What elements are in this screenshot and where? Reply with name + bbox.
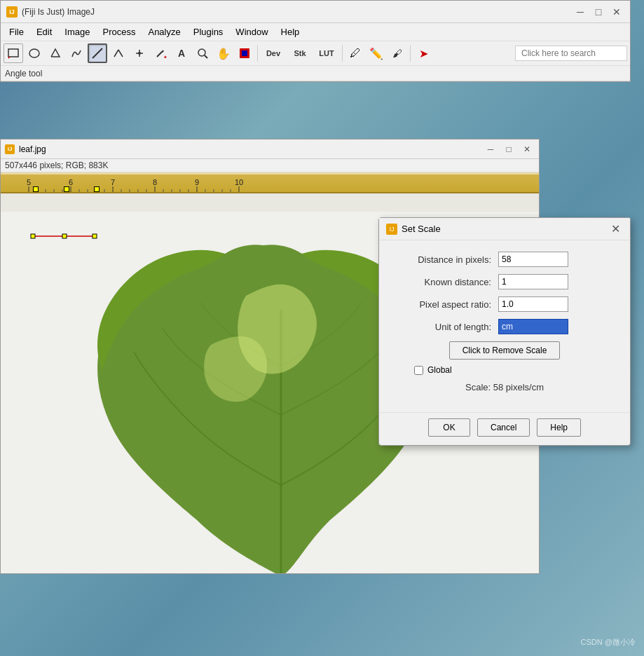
menu-window[interactable]: Window xyxy=(230,25,273,39)
svg-text:5: 5 xyxy=(27,178,31,186)
svg-text:9: 9 xyxy=(195,178,199,186)
menu-help[interactable]: Help xyxy=(275,25,306,39)
menu-file[interactable]: File xyxy=(4,25,29,39)
help-button[interactable]: Help xyxy=(537,418,581,437)
freehand-tool-btn[interactable] xyxy=(67,43,86,63)
search-input[interactable] xyxy=(515,46,627,61)
rectangle-tool-btn[interactable] xyxy=(4,43,23,63)
stk-btn[interactable]: Stk xyxy=(287,43,313,63)
dialog-titlebar: IJ Set Scale ✕ xyxy=(379,218,630,240)
svg-point-8 xyxy=(138,52,141,55)
tool-status-text: Angle tool xyxy=(5,69,42,78)
remove-scale-button[interactable]: Click to Remove Scale xyxy=(449,341,561,360)
svg-marker-10 xyxy=(163,50,164,53)
ruler-top: 5 6 7 xyxy=(1,172,539,193)
unit-of-length-input[interactable] xyxy=(498,319,568,334)
minimize-button[interactable]: ─ xyxy=(573,4,588,20)
point-tool-btn[interactable] xyxy=(130,43,149,63)
wand-tool-btn[interactable]: ✦ xyxy=(151,43,170,63)
menu-process[interactable]: Process xyxy=(97,25,142,39)
distance-pixels-label: Distance in pixels: xyxy=(393,254,498,265)
toolbar-separator-2 xyxy=(342,45,343,62)
image-info-text: 507x446 pixels; RGB; 883K xyxy=(5,160,108,170)
close-button[interactable]: ✕ xyxy=(609,4,624,20)
global-checkbox[interactable] xyxy=(414,366,423,375)
ruler-handle-left[interactable] xyxy=(33,186,39,192)
toolbar-separator-3 xyxy=(410,45,411,62)
svg-point-2 xyxy=(29,49,39,57)
global-checkbox-label: Global xyxy=(427,365,452,375)
svg-text:6: 6 xyxy=(69,178,73,186)
menu-image[interactable]: Image xyxy=(59,25,95,39)
svg-point-12 xyxy=(198,49,205,56)
svg-rect-15 xyxy=(242,50,247,56)
image-window-title: leaf.jpg xyxy=(19,144,46,154)
svg-text:10: 10 xyxy=(235,178,243,186)
hand-tool-btn[interactable]: ✋ xyxy=(214,43,233,63)
svg-rect-50 xyxy=(31,234,35,238)
menu-edit[interactable]: Edit xyxy=(31,25,57,39)
arrow-tool-btn[interactable]: ➤ xyxy=(413,43,433,63)
app-icon: IJ xyxy=(6,6,18,18)
distance-pixels-input[interactable] xyxy=(498,252,568,267)
dev-btn[interactable]: Dev xyxy=(261,43,286,63)
imagej-main-window: IJ (Fiji Is Just) ImageJ ─ □ ✕ File Edit… xyxy=(0,0,631,82)
pixel-aspect-ratio-row: Pixel aspect ratio: xyxy=(393,296,616,312)
svg-rect-52 xyxy=(93,234,97,238)
angle-tool-btn[interactable] xyxy=(109,43,128,63)
image-minimize-btn[interactable]: ─ xyxy=(483,142,498,157)
title-bar-left: IJ (Fiji Is Just) ImageJ xyxy=(6,6,95,18)
scale-info: Scale: 58 pixels/cm xyxy=(393,382,616,392)
brush-tool-btn[interactable]: ✏️ xyxy=(366,43,386,63)
svg-line-5 xyxy=(118,50,123,57)
ok-button[interactable]: OK xyxy=(428,418,470,437)
toolbar: ✦ A ✋ Dev Stk LUT 🖊 ✏️ 🖌 ➤ xyxy=(1,41,630,66)
set-scale-dialog: IJ Set Scale ✕ Distance in pixels: Known… xyxy=(378,217,631,446)
main-title-bar: IJ (Fiji Is Just) ImageJ ─ □ ✕ xyxy=(1,1,630,23)
zoom-tool-btn[interactable] xyxy=(193,43,212,63)
svg-text:7: 7 xyxy=(111,178,115,186)
remove-scale-row: Click to Remove Scale xyxy=(393,341,616,360)
dialog-title-left: IJ Set Scale xyxy=(386,224,441,235)
watermark: CSDN @微小冷 xyxy=(581,637,636,648)
image-titlebar: IJ leaf.jpg ─ □ ✕ xyxy=(1,139,539,159)
image-window-icon: IJ xyxy=(5,144,15,154)
polygon-tool-btn[interactable] xyxy=(46,43,65,63)
dialog-title-text: Set Scale xyxy=(402,224,441,234)
app-title: (Fiji Is Just) ImageJ xyxy=(22,7,95,17)
oval-tool-btn[interactable] xyxy=(25,43,44,63)
known-distance-row: Known distance: xyxy=(393,274,616,289)
image-close-btn[interactable]: ✕ xyxy=(519,142,535,157)
dialog-icon: IJ xyxy=(386,224,397,235)
unit-of-length-label: Unit of length: xyxy=(393,322,498,332)
image-titlebar-left: IJ leaf.jpg xyxy=(5,144,46,154)
svg-line-4 xyxy=(114,50,118,57)
line-tool-btn[interactable] xyxy=(88,43,107,63)
known-distance-label: Known distance: xyxy=(393,277,498,287)
dialog-close-button[interactable]: ✕ xyxy=(608,221,623,237)
svg-line-13 xyxy=(205,55,207,58)
lut-btn[interactable]: LUT xyxy=(314,43,339,63)
color-picker-btn[interactable] xyxy=(235,43,254,63)
toolbar-separator-1 xyxy=(257,45,258,62)
distance-pixels-row: Distance in pixels: xyxy=(393,252,616,267)
svg-line-3 xyxy=(93,48,102,58)
unit-of-length-row: Unit of length: xyxy=(393,319,616,334)
menu-plugins[interactable]: Plugins xyxy=(188,25,229,39)
dialog-body: Distance in pixels: Known distance: Pixe… xyxy=(379,240,630,412)
pen-tool-btn[interactable]: 🖊 xyxy=(345,43,365,63)
menu-analyze[interactable]: Analyze xyxy=(142,25,186,39)
image-window-controls: ─ □ ✕ xyxy=(483,142,535,157)
dialog-footer: OK Cancel Help xyxy=(379,412,630,445)
ruler-handle-right[interactable] xyxy=(94,186,100,192)
fill-tool-btn[interactable]: 🖌 xyxy=(388,43,407,63)
ruler-handle-mid[interactable] xyxy=(64,186,69,192)
image-maximize-btn[interactable]: □ xyxy=(501,142,516,157)
cancel-button[interactable]: Cancel xyxy=(477,418,530,437)
known-distance-input[interactable] xyxy=(498,274,568,289)
maximize-button[interactable]: □ xyxy=(591,4,606,20)
toolbar-search-area xyxy=(515,46,627,61)
ruler-svg: 5 6 7 xyxy=(1,172,539,193)
text-tool-btn[interactable]: A xyxy=(172,43,191,63)
pixel-aspect-ratio-input[interactable] xyxy=(498,296,568,312)
